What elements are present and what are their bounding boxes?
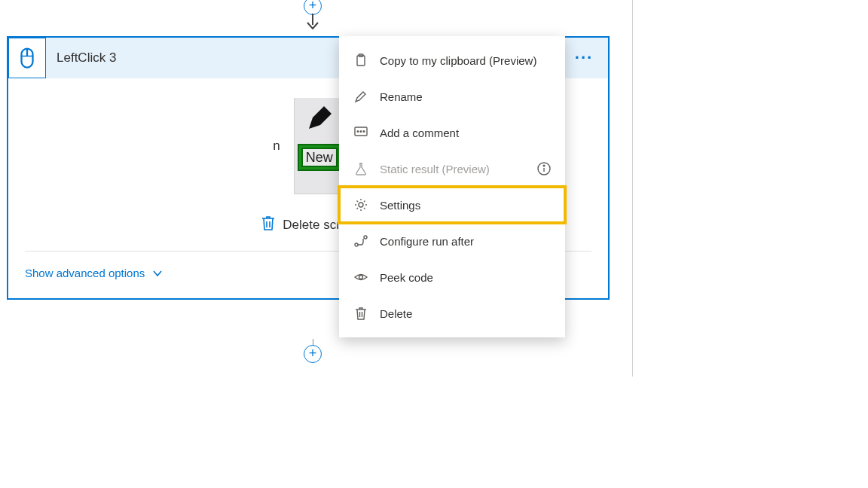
menu-settings[interactable]: Settings <box>339 187 565 223</box>
menu-copy[interactable]: Copy to my clipboard (Preview) <box>339 42 565 78</box>
mouse-icon <box>8 38 46 78</box>
flow-designer-canvas: + LeftClick 3 ··· n <box>0 0 633 377</box>
svg-point-16 <box>364 236 367 239</box>
svg-point-17 <box>359 276 363 279</box>
gear-icon <box>353 198 369 212</box>
connector-bottom: + <box>301 339 324 363</box>
menu-run-after[interactable]: Configure run after <box>339 223 565 259</box>
menu-static-result-label: Static result (Preview) <box>380 163 490 175</box>
svg-point-13 <box>543 165 545 166</box>
branch-icon <box>353 234 369 248</box>
add-step-top-button[interactable]: + <box>304 0 322 15</box>
menu-run-after-label: Configure run after <box>380 235 474 248</box>
chevron-down-icon <box>152 268 163 279</box>
show-advanced-options-label: Show advanced options <box>25 267 145 279</box>
svg-point-9 <box>360 131 362 133</box>
svg-point-15 <box>355 243 358 246</box>
menu-delete-label: Delete <box>380 307 412 320</box>
connector-top: + <box>301 0 324 35</box>
trash-icon <box>261 215 275 234</box>
svg-point-14 <box>359 203 363 207</box>
menu-comment[interactable]: Add a comment <box>339 114 565 151</box>
card-context-menu: Copy to my clipboard (Preview) Rename Ad… <box>339 36 565 337</box>
menu-delete[interactable]: Delete <box>339 295 565 331</box>
flask-icon <box>353 162 369 175</box>
menu-copy-label: Copy to my clipboard (Preview) <box>380 54 536 67</box>
clipboard-icon <box>353 53 369 67</box>
pencil-icon <box>305 102 335 136</box>
eye-icon <box>353 270 369 284</box>
svg-point-10 <box>363 131 365 133</box>
comment-icon <box>353 126 369 139</box>
pencil-outline-icon <box>353 90 369 103</box>
new-tag: New <box>298 144 341 171</box>
body-n-label: n <box>273 139 280 154</box>
svg-rect-5 <box>357 56 365 66</box>
menu-settings-label: Settings <box>380 199 420 212</box>
menu-comment-label: Add a comment <box>380 127 459 139</box>
add-step-bottom-button[interactable]: + <box>304 345 322 363</box>
menu-peek-code[interactable]: Peek code <box>339 259 565 295</box>
menu-static-result: Static result (Preview) <box>339 151 565 187</box>
trash-outline-icon <box>353 307 369 320</box>
show-advanced-options-link[interactable]: Show advanced options <box>25 267 163 279</box>
menu-rename-label: Rename <box>380 90 423 103</box>
menu-peek-code-label: Peek code <box>380 271 433 284</box>
screenshot-thumbnail[interactable]: New <box>294 98 344 194</box>
menu-rename[interactable]: Rename <box>339 78 565 114</box>
info-icon[interactable] <box>536 161 552 176</box>
arrow-down-icon <box>305 14 320 30</box>
svg-point-8 <box>357 131 359 133</box>
card-more-button[interactable]: ··· <box>567 43 601 73</box>
